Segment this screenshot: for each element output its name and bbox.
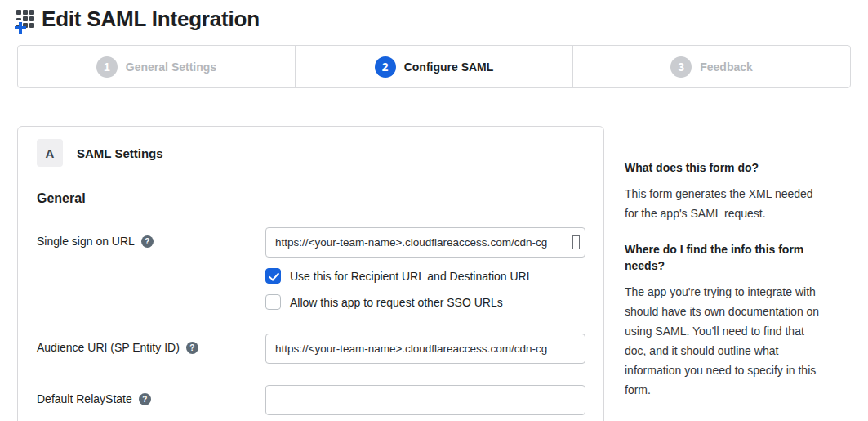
- step-label: General Settings: [126, 60, 216, 74]
- help-icon[interactable]: ?: [186, 342, 198, 354]
- general-group-title: General: [37, 191, 584, 206]
- text-cursor-artifact: [572, 235, 580, 249]
- checkbox-row-recipient-url: Use this for Recipient URL and Destinati…: [265, 268, 585, 284]
- step-number-badge: 1: [96, 56, 118, 78]
- field-label-sso-url: Single sign on URL ?: [37, 227, 265, 248]
- page-title: Edit SAML Integration: [42, 7, 260, 32]
- field-label-audience-uri: Audience URI (SP Entity ID) ?: [37, 334, 265, 354]
- help-section-where: Where do I find the info this form needs…: [625, 241, 826, 400]
- recipient-url-checkbox-label[interactable]: Use this for Recipient URL and Destinati…: [290, 270, 533, 283]
- default-relaystate-input[interactable]: [265, 385, 585, 415]
- recipient-url-checkbox[interactable]: [265, 268, 281, 284]
- audience-uri-input[interactable]: [265, 334, 585, 364]
- wizard-step-configure-saml[interactable]: 2 Configure SAML: [295, 46, 572, 87]
- section-a-badge: A: [37, 139, 63, 167]
- help-sidebar: What does this form do? This form genera…: [625, 126, 826, 400]
- help-body: This form generates the XML needed for t…: [625, 184, 826, 223]
- panel-header: A SAML Settings: [37, 139, 584, 167]
- field-row-audience-uri: Audience URI (SP Entity ID) ?: [37, 334, 584, 364]
- page-header: Edit SAML Integration: [0, 0, 868, 32]
- main-content: A SAML Settings General Single sign on U…: [0, 126, 868, 421]
- step-label: Feedback: [700, 60, 753, 74]
- field-row-sso-url: Single sign on URL ? Use this for Recipi…: [37, 227, 584, 310]
- checkbox-row-other-sso-urls: Allow this app to request other SSO URLs: [265, 294, 585, 310]
- saml-settings-panel: A SAML Settings General Single sign on U…: [17, 126, 604, 421]
- help-icon[interactable]: ?: [139, 393, 151, 405]
- help-section-what: What does this form do? This form genera…: [625, 159, 826, 223]
- wizard-step-general-settings[interactable]: 1 General Settings: [18, 46, 295, 87]
- field-label-default-relaystate: Default RelayState ?: [37, 385, 265, 405]
- wizard-step-feedback[interactable]: 3 Feedback: [572, 46, 850, 87]
- help-heading: What does this form do?: [625, 159, 826, 176]
- step-number-badge: 2: [375, 56, 396, 78]
- section-title: SAML Settings: [77, 146, 163, 160]
- plus-icon: [15, 22, 26, 34]
- help-icon[interactable]: ?: [141, 235, 154, 248]
- wizard-steps: 1 General Settings 2 Configure SAML 3 Fe…: [17, 45, 851, 88]
- help-heading: Where do I find the info this form needs…: [625, 241, 826, 274]
- other-sso-urls-checkbox-label[interactable]: Allow this app to request other SSO URLs: [290, 296, 503, 309]
- sso-url-input[interactable]: [265, 227, 585, 258]
- other-sso-urls-checkbox[interactable]: [265, 294, 281, 310]
- step-number-badge: 3: [670, 56, 692, 78]
- app-add-icon: [16, 8, 38, 30]
- field-row-default-relaystate: Default RelayState ? If no value is set,…: [37, 385, 584, 421]
- help-body: The app you're trying to integrate with …: [625, 282, 826, 400]
- step-label: Configure SAML: [404, 60, 494, 74]
